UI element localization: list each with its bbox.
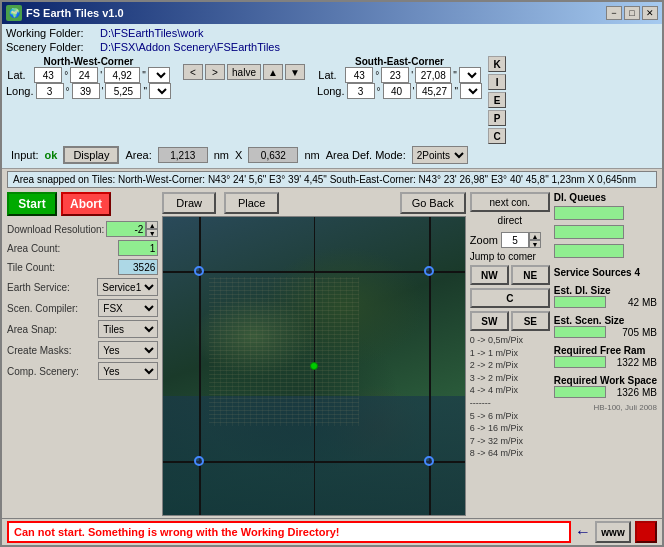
area-y-input[interactable] [248,147,298,163]
p-button[interactable]: P [488,110,506,126]
place-button[interactable]: Place [224,192,280,214]
zoom-up[interactable]: ▲ [529,232,541,240]
create-masks-select[interactable]: Yes No [98,341,158,359]
est-scen-section: Est. Scen. Size 705 MB [554,315,657,338]
input-area-row: Input: ok Display Area: nm X nm Area Def… [6,144,658,166]
se-lat-dir[interactable]: NS [459,67,481,83]
nw-lon-sec[interactable] [105,83,141,99]
est-scen-label: Est. Scen. Size [554,315,657,326]
download-res-up[interactable]: ▲ [146,221,158,229]
sat-city [209,277,360,426]
earth-service-row: Earth Service: Service1 Service2 [7,278,158,296]
right-controls: next con. direct Zoom ▲ ▼ Jump to comer … [470,192,550,516]
left-panel: Start Abort Download Resolution: ▲ ▼ Are… [7,192,158,516]
area-y-nm-label: nm [304,149,319,161]
area-snap-select[interactable]: Tiles None [98,320,158,338]
se-lon-min[interactable] [383,83,411,99]
maximize-button[interactable]: □ [624,6,640,20]
nav-next-button[interactable]: > [205,64,225,80]
comp-scenery-select[interactable]: Yes No [98,362,158,380]
sw-se-buttons: SW SE [470,311,550,331]
top-panel: Working Folder: D:\FSEarthTiles\work Sce… [2,24,662,169]
nw-title: North-West-Corner [44,56,134,67]
est-dl-bar [554,296,606,308]
i-button[interactable]: I [488,74,506,90]
area-snap-row: Area Snap: Tiles None [7,320,158,338]
red-button[interactable] [635,521,657,543]
www-button[interactable]: www [595,521,631,543]
map-view[interactable] [162,216,466,516]
dl-queues-label: Dl. Queues [554,192,657,203]
nw-lon-deg[interactable] [36,83,64,99]
area-def-select[interactable]: 2Points Center [412,146,468,164]
req-ram-row: 1322 MB [554,356,657,368]
sw-corner-button[interactable]: SW [470,311,509,331]
minimize-button[interactable]: − [606,6,622,20]
res-item-7: 7 -> 32 m/Pix [470,435,550,448]
center-button[interactable]: C [470,288,550,308]
k-button[interactable]: K [488,56,506,72]
satellite-visual [163,217,465,515]
se-lon-row: Long. ° ' " EW [317,83,482,99]
zoom-down[interactable]: ▼ [529,240,541,248]
scen-compiler-select[interactable]: FSX FS9 [98,299,158,317]
go-back-button[interactable]: Go Back [400,192,466,214]
ne-corner-button[interactable]: NE [511,265,550,285]
queue-bar-3 [554,244,624,258]
se-lon-dir[interactable]: EW [460,83,482,99]
nw-lon-dir[interactable]: EW [149,83,171,99]
nav-down-button[interactable]: ▼ [285,64,305,80]
nw-lon-min[interactable] [72,83,100,99]
comp-scenery-row: Comp. Scenery: Yes No [7,362,158,380]
nw-lat-dir[interactable]: NS [148,67,170,83]
tile-count-input[interactable] [118,259,158,275]
download-res-row: Download Resolution: ▲ ▼ [7,221,158,237]
se-lon-sec[interactable] [416,83,452,99]
nw-lat-min[interactable] [70,67,98,83]
area-snap-label: Area Snap: [7,324,72,335]
se-lat-sec[interactable] [415,67,451,83]
queue-bar-1 [554,206,624,220]
se-lon-deg[interactable] [347,83,375,99]
scenery-folder-label: Scenery Folder: [6,41,96,53]
download-res-input[interactable] [106,221,146,237]
est-dl-label: Est. Dl. Size [554,285,657,296]
download-res-down[interactable]: ▼ [146,229,158,237]
nw-lon-row: Long. ° ' " EW [6,83,171,99]
nw-corner-button[interactable]: NW [470,265,509,285]
nav-prev-button[interactable]: < [183,64,203,80]
title-buttons: − □ ✕ [606,6,658,20]
area-count-input[interactable] [118,240,158,256]
start-button[interactable]: Start [7,192,57,216]
corner-dot-se [424,456,434,466]
nw-lat-deg[interactable] [34,67,62,83]
se-corner-button[interactable]: SE [511,311,550,331]
e-button[interactable]: E [488,92,506,108]
nw-lon-label: Long. [6,85,34,97]
halve-button[interactable]: halve [227,64,261,80]
next-con-button[interactable]: next con. [470,192,550,212]
area-def-label: Area Def. Mode: [326,149,406,161]
nw-lon-min-sym: ' [102,86,104,97]
nw-corner-section: North-West-Corner Lat. ° ' " NS [6,56,171,99]
earth-service-select[interactable]: Service1 Service2 [97,278,158,296]
corner-dot-ne [424,266,434,276]
area-x-input[interactable] [158,147,208,163]
c-button[interactable]: C [488,128,506,144]
display-button[interactable]: Display [63,146,119,164]
start-abort-row: Start Abort [7,192,158,216]
direct-label: direct [470,215,550,226]
nav-up-button[interactable]: ▲ [263,64,283,80]
working-folder-row: Working Folder: D:\FSEarthTiles\work [6,27,658,39]
draw-button[interactable]: Draw [162,192,216,214]
scenery-folder-value: D:\FSX\Addon Scenery\FSEarthTiles [100,41,280,53]
req-work-bar [554,386,606,398]
se-lat-min[interactable] [381,67,409,83]
req-work-row: 1326 MB [554,386,657,398]
nw-lat-sec[interactable] [104,67,140,83]
download-res-label: Download Resolution: [7,224,104,235]
close-button[interactable]: ✕ [642,6,658,20]
abort-button[interactable]: Abort [61,192,111,216]
zoom-input[interactable] [501,232,529,248]
se-lat-deg[interactable] [345,67,373,83]
